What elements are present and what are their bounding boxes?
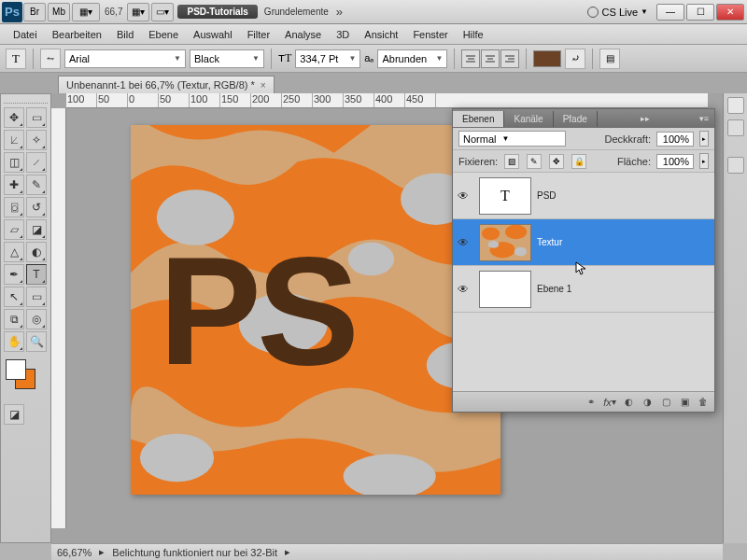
type-tool[interactable]: T — [26, 264, 47, 285]
layer-ebene1[interactable]: 👁 Ebene 1 — [453, 266, 714, 313]
hand-tool[interactable]: ✋ — [4, 331, 24, 352]
maximize-button[interactable]: ☐ — [686, 4, 714, 21]
menu-fenster[interactable]: Fenster — [405, 26, 455, 43]
foreground-color[interactable] — [6, 359, 26, 380]
gradient-tool[interactable]: ◪ — [26, 219, 47, 240]
zoom-display[interactable]: 66,7 — [105, 7, 122, 17]
3d-camera-tool[interactable]: ◎ — [26, 309, 47, 329]
menu-datei[interactable]: Datei — [6, 26, 45, 43]
move-tool[interactable]: ✥ — [4, 107, 24, 128]
menu-bearbeiten[interactable]: Bearbeiten — [45, 26, 109, 43]
history-brush-tool[interactable]: ↺ — [26, 197, 47, 217]
delete-layer-icon[interactable]: 🗑 — [696, 395, 711, 410]
menu-bild[interactable]: Bild — [109, 26, 141, 43]
layer-thumbnail[interactable] — [479, 271, 531, 308]
shape-tool[interactable]: ▭ — [26, 287, 47, 307]
layer-fx-icon[interactable]: fx▾ — [602, 395, 617, 410]
dock-layers-icon[interactable] — [727, 97, 744, 114]
screen-mode-button[interactable]: ▭▾ — [151, 3, 174, 21]
layer-thumbnail[interactable] — [479, 224, 531, 261]
font-size-dropdown[interactable]: 334,7 Pt▼ — [295, 49, 360, 68]
fill-stepper[interactable]: ▸ — [699, 153, 709, 169]
crop-tool[interactable]: ◫ — [4, 152, 24, 173]
align-right-button[interactable] — [500, 49, 519, 68]
layer-group-icon[interactable]: ▢ — [658, 395, 673, 410]
lock-all-icon[interactable]: 🔒 — [571, 154, 586, 169]
status-arrow-icon[interactable]: ▸ — [99, 546, 105, 558]
new-layer-icon[interactable]: ▣ — [677, 395, 692, 410]
layer-name[interactable]: PSD — [537, 190, 557, 201]
tab-pfade[interactable]: Pfade — [554, 111, 598, 127]
lock-transparent-icon[interactable]: ▨ — [504, 154, 519, 169]
align-center-button[interactable] — [481, 49, 500, 68]
workspace-label[interactable]: Grundelemente — [264, 7, 329, 17]
panel-collapse-icon[interactable]: ▸▸ — [635, 114, 655, 123]
menu-ebene[interactable]: Ebene — [141, 26, 186, 43]
minibridge-button[interactable]: Mb — [48, 3, 70, 21]
pen-tool[interactable]: ✒ — [4, 264, 24, 285]
zoom-tool[interactable]: 🔍 — [26, 331, 47, 352]
close-button[interactable]: ✕ — [716, 4, 744, 21]
layer-psd[interactable]: 👁 T PSD — [453, 173, 714, 219]
stamp-tool[interactable]: ⌼ — [4, 197, 24, 217]
eraser-tool[interactable]: ▱ — [4, 219, 24, 240]
view-extras-button[interactable]: ▦▾ — [127, 3, 149, 21]
quickmask-button[interactable]: ◪ — [4, 404, 24, 425]
dock-styles-icon[interactable] — [727, 157, 744, 174]
minimize-button[interactable]: — — [656, 4, 684, 21]
path-select-tool[interactable]: ↖ — [4, 287, 24, 307]
layer-mask-icon[interactable]: ◐ — [621, 395, 636, 410]
font-family-dropdown[interactable]: Arial▼ — [64, 49, 186, 68]
visibility-toggle[interactable]: 👁 — [453, 283, 473, 296]
color-wells[interactable] — [4, 357, 41, 395]
adjustment-layer-icon[interactable]: ◑ — [640, 395, 655, 410]
heal-tool[interactable]: ✚ — [4, 175, 24, 195]
blend-mode-dropdown[interactable]: Normal▼ — [458, 131, 566, 147]
brush-tool[interactable]: ✎ — [26, 175, 47, 195]
antialias-dropdown[interactable]: Abrunden▼ — [377, 49, 447, 68]
text-color-swatch[interactable] — [533, 50, 561, 67]
character-panel-button[interactable]: ▤ — [599, 49, 620, 69]
opacity-stepper[interactable]: ▸ — [699, 131, 709, 147]
wand-tool[interactable]: ✧ — [26, 130, 47, 150]
tab-close-icon[interactable]: × — [261, 80, 266, 91]
menu-3d[interactable]: 3D — [329, 26, 357, 43]
dodge-tool[interactable]: ◐ — [26, 242, 47, 262]
status-zoom[interactable]: 66,67% — [57, 547, 92, 558]
tab-ebenen[interactable]: Ebenen — [453, 111, 504, 127]
menu-analyse[interactable]: Analyse — [277, 26, 329, 43]
menu-auswahl[interactable]: Auswahl — [186, 26, 240, 43]
marquee-tool[interactable]: ▭ — [26, 107, 47, 128]
align-left-button[interactable] — [461, 49, 480, 68]
dock-adjustments-icon[interactable] — [727, 119, 744, 136]
layer-thumbnail[interactable]: T — [479, 177, 531, 215]
lasso-tool[interactable]: ⟀ — [4, 130, 24, 150]
warp-text-button[interactable]: ⤾ — [565, 49, 585, 69]
bridge-button[interactable]: Br — [23, 3, 46, 21]
document-tab[interactable]: Unbenannt-1 bei 66,7% (Textur, RGB/8) * … — [58, 76, 275, 93]
visibility-toggle[interactable]: 👁 — [453, 189, 473, 203]
status-menu-icon[interactable]: ▸ — [285, 546, 290, 558]
menu-filter[interactable]: Filter — [240, 26, 277, 43]
text-orientation-button[interactable]: ⥊ — [40, 49, 61, 69]
link-layers-icon[interactable]: ⚭ — [584, 395, 599, 410]
menu-ansicht[interactable]: Ansicht — [357, 26, 405, 43]
eyedropper-tool[interactable]: ⟋ — [26, 152, 47, 173]
lock-paint-icon[interactable]: ✎ — [527, 154, 542, 169]
arrange-button[interactable]: ▦▾ — [72, 3, 100, 21]
layer-name[interactable]: Ebene 1 — [537, 284, 571, 294]
document-canvas[interactable]: PS — [131, 125, 500, 495]
tab-kanaele[interactable]: Kanäle — [504, 111, 553, 127]
fill-field[interactable]: 100% — [656, 154, 694, 169]
3d-tool[interactable]: ⧉ — [4, 309, 24, 329]
layer-name[interactable]: Textur — [537, 237, 562, 247]
cslive-button[interactable]: CS Live▼ — [587, 7, 648, 18]
workspace-more-icon[interactable]: » — [336, 5, 343, 19]
font-style-dropdown[interactable]: Black▼ — [190, 49, 264, 68]
workspace-pill[interactable]: PSD-Tutorials — [177, 5, 257, 19]
panel-menu-icon[interactable]: ▾≡ — [694, 114, 714, 123]
opacity-field[interactable]: 100% — [656, 132, 694, 147]
lock-position-icon[interactable]: ✥ — [549, 154, 564, 169]
layer-textur[interactable]: 👁 Textur — [453, 219, 714, 266]
visibility-toggle[interactable]: 👁 — [453, 236, 473, 249]
